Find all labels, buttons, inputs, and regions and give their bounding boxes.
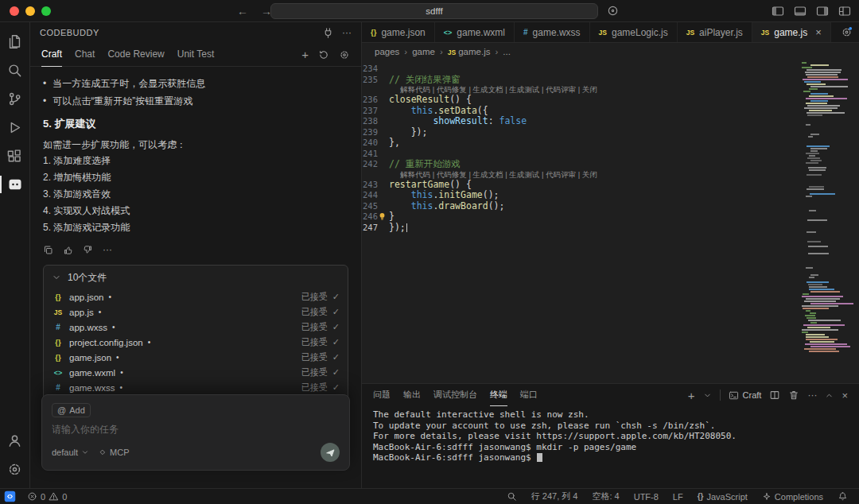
terminal-instance-craft[interactable]: Craft [729,390,762,401]
problems-status[interactable]: 0 0 [25,489,68,504]
toggle-secondary-sidebar-icon[interactable] [816,5,829,17]
more-actions-icon[interactable]: ··· [807,390,817,401]
sidebar-tab-code-review[interactable]: Code Review [107,43,164,67]
task-input[interactable] [52,424,340,435]
file-row-app-js[interactable]: JSapp.js•已接受✓ [44,304,348,320]
suggestion-list: 1. 添加难度选择2. 增加悔棋功能3. 添加游戏音效4. 实现双人对战模式5.… [43,153,348,236]
terminal-output[interactable]: The default interactive shell is now zsh… [362,406,859,488]
sidebar-tab-actions: + [301,48,350,61]
add-context-button[interactable]: @ Add [52,403,91,417]
encoding-status[interactable]: UTF-8 [632,489,660,504]
activity-run-debug[interactable] [0,113,30,142]
history-icon[interactable] [318,49,329,60]
thumbs-up-icon[interactable] [63,245,73,255]
activity-source-control[interactable] [0,84,30,113]
toggle-panel-icon[interactable] [794,5,807,17]
breadcrumb-item-game-js[interactable]: JSgame.js [448,47,491,56]
indentation-status[interactable]: 空格: 4 [590,489,620,504]
minimap-line [806,162,818,164]
close-icon[interactable]: × [815,26,822,38]
minimize-window-button[interactable] [25,6,35,16]
file-status: 已接受 [301,351,328,363]
editor-tab-game-json[interactable]: {}game.json [362,22,435,42]
toggle-primary-sidebar-icon[interactable] [772,5,784,17]
kill-terminal-icon[interactable] [788,390,799,401]
assistant-message: •当一方连成五子时，会显示获胜信息•可以点击“重新开始”按钮重置游戏 5. 扩展… [30,67,361,488]
breadcrumb-item-more[interactable]: ... [503,47,511,56]
titlebar-widget-icon[interactable] [607,5,619,17]
plug-icon[interactable] [322,27,334,39]
activity-explorer[interactable] [0,27,30,56]
panel-tab-idx-4[interactable]: 端口 [520,384,538,406]
minimap-line [809,210,816,211]
zoom-status[interactable] [505,489,519,504]
editor-tab-game-wxss[interactable]: #game.wxss [515,22,590,42]
line-number: 236 [362,95,389,106]
panel-tab-idx-0[interactable]: 问题 [373,384,391,406]
sidebar-tab-unit-test[interactable]: Unit Test [177,43,214,67]
editor-tab-gamelogic-js[interactable]: JSgameLogic.js [590,22,678,42]
terminal-profile-chevron-icon[interactable] [703,391,712,400]
customize-layout-icon[interactable] [838,5,851,17]
editor-tab-game-wxml[interactable]: <>game.wxml [435,22,515,42]
file-row-project-config-json[interactable]: {}project.config.json•已接受✓ [44,335,348,350]
maximize-panel-icon[interactable] [825,391,834,400]
panel-header: 问题输出调试控制台终端端口 + Craft ··· × [362,384,859,406]
panel-tab-idx-2[interactable]: 调试控制台 [433,384,477,406]
activity-search[interactable] [0,56,30,84]
editor-tab-aiplayer-js[interactable]: JSaiPlayer.js [678,22,752,42]
minimap-line [802,67,812,68]
activity-extensions[interactable] [0,142,30,170]
cursor-position[interactable]: 行 247, 列 4 [530,489,580,504]
file-row-app-wxss[interactable]: #app.wxss•已接受✓ [44,320,348,335]
send-button[interactable] [321,443,340,462]
line-number: 238 [362,116,389,127]
new-task-icon[interactable]: + [301,48,309,61]
editor-tab-game-js[interactable]: JSgame.js× [752,22,831,42]
remote-indicator[interactable] [0,489,19,504]
panel-tab-idx-3[interactable]: 终端 [490,384,507,406]
breadcrumb-item-pages[interactable]: pages [375,47,399,56]
activity-codebuddy[interactable] [0,170,30,199]
warning-icon [49,491,59,502]
notifications-bell[interactable] [836,489,849,504]
file-row-app-json[interactable]: {}app.json•已接受✓ [44,289,348,304]
activity-settings[interactable] [0,455,30,483]
back-icon[interactable]: ← [237,5,248,17]
code-token: showResult [433,115,488,126]
close-window-button[interactable] [10,6,19,16]
extensions-icon [7,149,22,164]
settings-gear-icon[interactable] [339,49,350,60]
modified-dot-icon: • [112,323,115,331]
model-selector[interactable]: default [52,448,89,457]
changed-files-header[interactable]: 10个文件 [44,266,348,289]
zoom-window-button[interactable] [41,6,51,16]
new-terminal-icon[interactable]: + [688,389,695,402]
language-status[interactable]: {} JavaScript [696,489,749,504]
copy-icon[interactable] [43,245,53,255]
settings-gear-icon[interactable] [841,26,853,38]
more-actions-icon[interactable]: ··· [342,27,352,38]
thumbs-down-icon[interactable] [83,245,93,255]
split-terminal-icon[interactable] [769,390,780,401]
close-panel-icon[interactable]: × [842,390,848,401]
minimap[interactable] [802,62,854,358]
file-row-game-wxss[interactable]: #game.wxss•已接受✓ [44,380,348,395]
breadcrumb-item-game[interactable]: game [412,47,435,56]
sidebar-tab-chat[interactable]: Chat [75,43,95,67]
eol-status[interactable]: LF [671,489,685,504]
terminal-line: To update your account to use zsh, pleas… [373,421,848,432]
code-editor[interactable]: 234235// 关闭结果弹窗解释代码 | 代码修复 | 生成文档 | 生成测试… [362,60,859,383]
lightbulb-icon[interactable] [377,211,387,222]
panel-tab-idx-1[interactable]: 输出 [403,384,421,406]
file-row-game-json[interactable]: {}game.json•已接受✓ [44,350,348,365]
command-center-search[interactable]: sdfff [270,3,598,19]
more-actions-icon[interactable]: ··· [103,244,112,255]
file-type-icon: {} [52,293,64,301]
completions-status[interactable]: Completions [760,489,825,504]
code-token: }); [389,222,406,233]
sidebar-tab-craft[interactable]: Craft [41,43,62,67]
activity-account[interactable] [0,426,30,455]
mcp-toggle[interactable]: MCP [99,448,129,457]
file-row-game-wxml[interactable]: <>game.wxml•已接受✓ [44,365,348,380]
